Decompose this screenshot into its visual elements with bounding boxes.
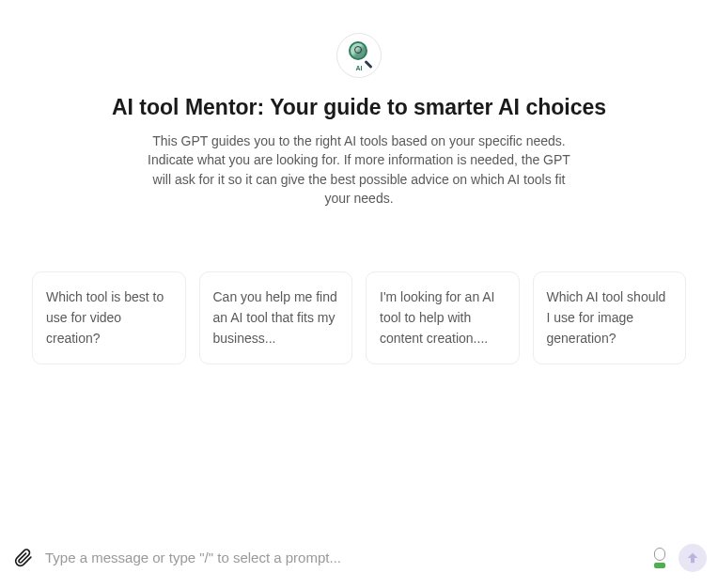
input-bar — [0, 542, 718, 573]
suggestion-card[interactable]: I'm looking for an AI tool to help with … — [366, 271, 520, 364]
gpt-avatar: AI — [336, 33, 382, 78]
suggestion-card[interactable]: Which tool is best to use for video crea… — [32, 271, 186, 364]
right-controls — [648, 544, 707, 572]
paperclip-icon — [14, 548, 33, 568]
arrow-up-icon — [685, 550, 700, 565]
message-input[interactable] — [45, 542, 639, 573]
suggestion-card[interactable]: Can you help me find an AI tool that fit… — [199, 271, 353, 364]
page-title: AI tool Mentor: Your guide to smarter AI… — [0, 95, 718, 120]
microphone-button[interactable] — [648, 545, 671, 571]
send-button[interactable] — [679, 544, 707, 572]
suggestion-grid: Which tool is best to use for video crea… — [0, 271, 718, 364]
page-description: This GPT guides you to the right AI tool… — [124, 132, 594, 208]
magnifying-glass-icon: AI — [345, 41, 373, 70]
microphone-icon — [654, 548, 665, 561]
header-section: AI AI tool Mentor: Your guide to smarter… — [0, 0, 718, 208]
attach-button[interactable] — [11, 546, 36, 570]
suggestion-card[interactable]: Which AI tool should I use for image gen… — [533, 271, 687, 364]
